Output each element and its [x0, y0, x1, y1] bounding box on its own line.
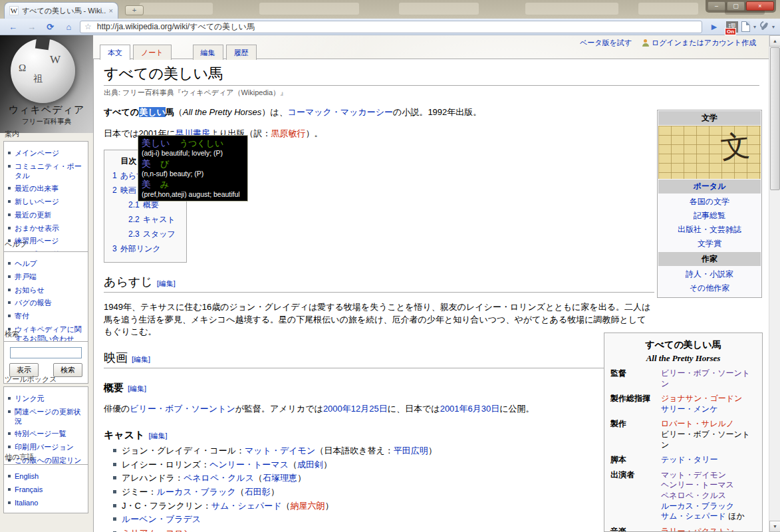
article-tab[interactable]: 履歴	[226, 45, 257, 60]
wrench-settings-icon[interactable]	[759, 21, 769, 32]
scroll-up-icon[interactable]: ▲	[769, 35, 780, 47]
new-tab-button[interactable]: +	[125, 5, 144, 15]
edit-link[interactable]: [編集]	[132, 355, 150, 363]
url-input[interactable]	[96, 21, 698, 32]
article-link[interactable]: テッド・タリー	[661, 455, 756, 466]
infobox-label: 脚本	[610, 455, 661, 466]
language-link[interactable]: Italiano	[7, 499, 86, 508]
edit-link[interactable]: [編集]	[128, 384, 146, 392]
article-tab[interactable]: 編集	[193, 45, 223, 60]
article-link[interactable]: 6月30日	[468, 404, 500, 414]
portal-link[interactable]: その他作家	[658, 283, 761, 294]
article-link[interactable]: ルーカス・ブラック	[157, 487, 236, 497]
article-link[interactable]: 2001年	[440, 404, 468, 414]
toc-number: 2	[112, 186, 117, 195]
toc-entry[interactable]: 3外部リンク	[112, 243, 176, 255]
article-link[interactable]: ジョナサン・ゴードン	[661, 394, 756, 404]
article-link[interactable]: ビリー・ボブ・ソーントン	[661, 368, 756, 389]
article-link[interactable]: サム・シェパード	[661, 511, 726, 521]
article-link[interactable]: ヘンリー・トーマス	[209, 460, 289, 469]
close-button[interactable]: ×	[746, 1, 774, 11]
article-link[interactable]: ヘンリー・トーマス	[661, 480, 756, 491]
address-bar[interactable]: ☆	[80, 21, 702, 33]
sidebar-item-label: 最近の更新	[15, 211, 51, 219]
sidebar-item[interactable]: リンク元	[7, 394, 86, 404]
article-link[interactable]: 2000年	[323, 404, 351, 414]
portal-link[interactable]: 各国の文学	[658, 196, 761, 207]
article-link[interactable]: マット・デイモン	[661, 470, 756, 481]
sidebar-item-label: コミュニティ・ポータル	[15, 162, 82, 180]
sidebar-item[interactable]: 関連ページの更新状況	[7, 408, 86, 426]
sidebar-item[interactable]: 印刷用バージョン	[7, 443, 86, 452]
search-input[interactable]	[10, 347, 82, 358]
article-link[interactable]: 納屋六朗	[291, 501, 325, 511]
language-link[interactable]: Français	[7, 485, 86, 495]
minimize-button[interactable]: –	[708, 1, 725, 11]
edit-link[interactable]: [編集]	[148, 432, 167, 440]
sidebar-item[interactable]: メインページ	[7, 149, 86, 158]
sidebar-item[interactable]: ヘルプ	[7, 259, 86, 269]
article-tab[interactable]: ノート	[133, 45, 172, 60]
article-link[interactable]: サム・シェパード	[211, 501, 282, 511]
article-tab[interactable]: 本文	[100, 45, 130, 60]
article-link[interactable]: 石塚理恵	[263, 473, 297, 483]
article-link[interactable]: コーマック・マッカーシー	[288, 107, 393, 117]
sidebar-item[interactable]: おまかせ表示	[7, 224, 86, 233]
sidebar-item[interactable]: 井戸端	[7, 273, 86, 282]
article-link[interactable]: ビリー・ボブ・ソーントン	[130, 404, 235, 414]
article-link[interactable]: 石田彰	[245, 487, 271, 497]
article-link[interactable]: ルーベン・ブラデス	[122, 514, 201, 524]
sidebar-heading: ヘルプ	[5, 239, 88, 249]
vertical-scrollbar[interactable]: ▲ ▼	[769, 35, 780, 532]
article-link[interactable]: マット・デイモン	[245, 446, 315, 456]
tab-close-icon[interactable]: ×	[109, 7, 113, 15]
maximize-button[interactable]: ▢	[727, 1, 745, 11]
article-link[interactable]: ペネロペ・クルス	[184, 473, 254, 483]
sidebar-item[interactable]: 寄付	[7, 312, 86, 321]
toc-entry[interactable]: 2.2キャスト	[128, 214, 176, 225]
portal-header-link[interactable]: ポータル	[694, 182, 726, 191]
bookmark-star-icon[interactable]: ☆	[84, 22, 92, 31]
sidebar-item[interactable]: お知らせ	[7, 286, 86, 295]
rikaichan-popup: 美しいうつくしい (adj-i) beautiful; lovely; (P) …	[138, 135, 248, 201]
scrollbar-thumb[interactable]	[770, 47, 780, 190]
page-menu-icon[interactable]	[741, 21, 750, 32]
portal-link[interactable]: 詩人・小説家	[658, 269, 761, 280]
sidebar-item[interactable]: バグの報告	[7, 299, 86, 308]
rikaichan-extension-icon[interactable]: 理 On	[726, 21, 738, 33]
article-link[interactable]: ルーカス・ブラック	[661, 501, 756, 512]
home-button[interactable]: ⌂	[61, 21, 76, 33]
article-link[interactable]: ミリアム・コロン	[122, 528, 192, 532]
article-link[interactable]: ラリー・パクストン	[661, 527, 756, 532]
article-link[interactable]: サリー・メンケ	[661, 404, 756, 415]
article-link[interactable]: 成田剣	[297, 460, 323, 469]
sidebar-item[interactable]: コミュニティ・ポータル	[7, 162, 86, 181]
portal-link[interactable]: 出版社・文芸雑誌	[658, 224, 761, 235]
login-link[interactable]: ログインまたはアカウント作成	[652, 38, 756, 48]
sidebar-item[interactable]: 特別ページ一覧	[7, 430, 86, 439]
go-button[interactable]: ▶	[706, 23, 723, 31]
wikipedia-globe-icon: W Ω 祖	[11, 39, 75, 103]
article-link[interactable]: 黒原敏行	[271, 128, 305, 138]
portal-link[interactable]: 文学賞	[658, 238, 761, 249]
sidebar-item[interactable]: 新しいページ	[7, 198, 86, 207]
scroll-down-icon[interactable]: ▼	[769, 521, 780, 532]
reload-button[interactable]: ⟳	[43, 21, 58, 33]
language-link[interactable]: English	[7, 472, 86, 481]
wikipedia-logo[interactable]: W Ω 祖 ウィキペディア フリー百科事典	[0, 35, 93, 133]
page-menu-caret-icon[interactable]: ▾	[753, 24, 756, 30]
sidebar-item[interactable]: 最近の更新	[7, 211, 86, 220]
back-button[interactable]: ←	[5, 21, 21, 33]
portal-link[interactable]: 記事総覧	[658, 210, 761, 221]
sidebar-item[interactable]: 最近の出来事	[7, 184, 86, 194]
beta-link[interactable]: ベータ版を試す	[580, 38, 632, 48]
edit-link[interactable]: [編集]	[157, 279, 176, 287]
toc-entry[interactable]: 2.3スタッフ	[128, 229, 176, 240]
wrench-menu-caret-icon[interactable]: ▾	[772, 24, 775, 30]
forward-button[interactable]: →	[24, 21, 39, 33]
article-link[interactable]: ロバート・サレルノ	[661, 419, 756, 430]
article-link[interactable]: 12月25日	[351, 404, 388, 414]
article-link[interactable]: ペネロペ・クルス	[661, 491, 756, 501]
article-link[interactable]: 平田広明	[394, 446, 428, 456]
active-browser-tab[interactable]: W すべての美しい馬 - Wiki... ×	[4, 2, 118, 19]
